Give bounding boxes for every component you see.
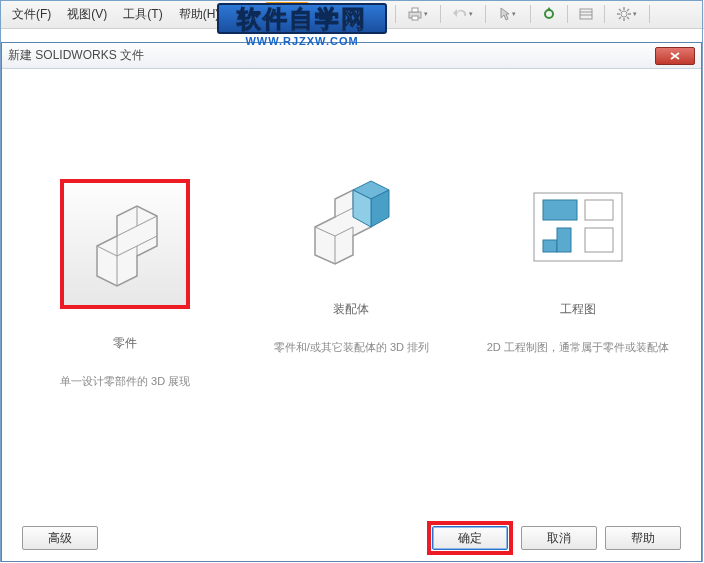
svg-point-10 xyxy=(621,11,627,17)
cancel-button[interactable]: 取消 xyxy=(521,526,597,550)
ok-highlight: 确定 xyxy=(427,521,513,555)
svg-rect-4 xyxy=(412,8,418,12)
svg-rect-5 xyxy=(412,16,418,20)
svg-rect-7 xyxy=(580,9,592,19)
svg-rect-2 xyxy=(367,8,373,12)
dialog-footer: 高级 确定 取消 帮助 xyxy=(2,515,701,561)
svg-line-15 xyxy=(619,9,621,11)
drawing-icon xyxy=(530,179,626,275)
close-button[interactable] xyxy=(655,47,695,65)
svg-line-16 xyxy=(627,17,629,19)
menu-file[interactable]: 文件(F) xyxy=(4,2,59,27)
new-file-button[interactable]: ▾ xyxy=(265,2,309,26)
svg-rect-29 xyxy=(557,228,571,252)
rebuild-icon[interactable] xyxy=(536,2,562,26)
new-file-dialog: 新建 SOLIDWORKS 文件 零件 单一设计零部件的 3D 展现 xyxy=(1,42,702,562)
option-assembly[interactable]: 装配体 零件和/或其它装配体的 3D 排列 xyxy=(246,179,456,355)
svg-line-18 xyxy=(619,17,621,19)
save-button[interactable]: ▾ xyxy=(356,2,390,26)
option-drawing-name: 工程图 xyxy=(560,301,596,318)
part-icon xyxy=(60,179,190,309)
cursor-button[interactable]: ▾ xyxy=(491,2,525,26)
svg-rect-1 xyxy=(367,15,373,20)
svg-rect-25 xyxy=(543,200,577,220)
close-icon xyxy=(670,52,680,60)
option-assembly-name: 装配体 xyxy=(333,301,369,318)
menubar: 文件(F) 视图(V) 工具(T) 帮助(H) ▾ ▾ ▾ ▾ ▾ ▾ xyxy=(0,0,704,29)
option-drawing-desc: 2D 工程制图，通常属于零件或装配体 xyxy=(487,340,669,355)
assembly-icon xyxy=(303,179,399,275)
advanced-button[interactable]: 高级 xyxy=(22,526,98,550)
dialog-title: 新建 SOLIDWORKS 文件 xyxy=(8,47,144,64)
svg-line-17 xyxy=(627,9,629,11)
print-button[interactable]: ▾ xyxy=(401,2,435,26)
undo-button[interactable]: ▾ xyxy=(446,2,480,26)
svg-point-6 xyxy=(545,10,553,18)
option-drawing[interactable]: 工程图 2D 工程制图，通常属于零件或装配体 xyxy=(473,179,683,355)
ok-button[interactable]: 确定 xyxy=(432,526,508,550)
menu-tools[interactable]: 工具(T) xyxy=(115,2,170,27)
settings-button[interactable]: ▾ xyxy=(610,2,644,26)
menu-help[interactable]: 帮助(H) xyxy=(171,2,228,27)
dialog-content: 零件 单一设计零部件的 3D 展现 装配体 零件和/或其它装配体的 3D 排列 xyxy=(2,69,701,515)
options-icon[interactable] xyxy=(573,2,599,26)
option-assembly-desc: 零件和/或其它装配体的 3D 排列 xyxy=(274,340,429,355)
svg-rect-28 xyxy=(543,240,557,252)
pin-icon[interactable] xyxy=(228,2,254,26)
menu-view[interactable]: 视图(V) xyxy=(59,2,115,27)
svg-marker-19 xyxy=(97,206,157,286)
dialog-titlebar: 新建 SOLIDWORKS 文件 xyxy=(2,43,701,69)
option-part-desc: 单一设计零部件的 3D 展现 xyxy=(60,374,190,389)
option-part[interactable]: 零件 单一设计零部件的 3D 展现 xyxy=(20,179,230,389)
option-part-name: 零件 xyxy=(113,335,137,352)
help-button[interactable]: 帮助 xyxy=(605,526,681,550)
open-button[interactable]: ▾ xyxy=(311,2,345,26)
